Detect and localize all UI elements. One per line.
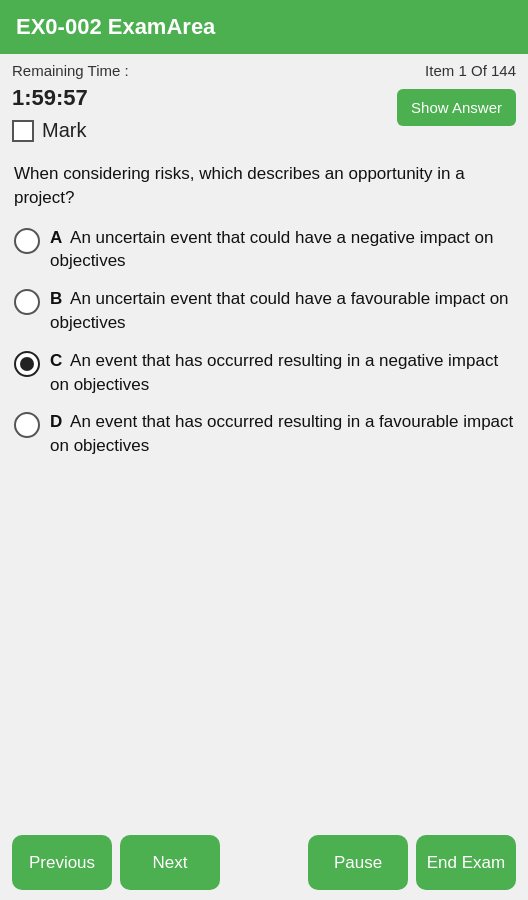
option-text-b: B An uncertain event that could have a f… (50, 287, 514, 335)
mark-row[interactable]: Mark (12, 119, 88, 142)
radio-option-c[interactable] (14, 351, 40, 377)
option-row-a[interactable]: A An uncertain event that could have a n… (14, 226, 514, 274)
option-row-b[interactable]: B An uncertain event that could have a f… (14, 287, 514, 335)
option-text-c: C An event that has occurred resulting i… (50, 349, 514, 397)
option-text-d: D An event that has occurred resulting i… (50, 410, 514, 458)
question-text: When considering risks, which describes … (14, 162, 514, 210)
pause-button[interactable]: Pause (308, 835, 408, 890)
question-area: When considering risks, which describes … (0, 150, 528, 825)
option-row-d[interactable]: D An event that has occurred resulting i… (14, 410, 514, 458)
option-row-c[interactable]: C An event that has occurred resulting i… (14, 349, 514, 397)
option-text-a: A An uncertain event that could have a n… (50, 226, 514, 274)
sub-header: Remaining Time : Item 1 Of 144 (0, 54, 528, 79)
next-button[interactable]: Next (120, 835, 220, 890)
options-container: A An uncertain event that could have a n… (14, 226, 514, 458)
mark-label: Mark (42, 119, 86, 142)
timer-left: 1:59:57 Mark (12, 85, 88, 142)
footer: Previous Next Pause End Exam (0, 825, 528, 900)
remaining-time-label: Remaining Time : (12, 62, 129, 79)
previous-button[interactable]: Previous (12, 835, 112, 890)
radio-option-d[interactable] (14, 412, 40, 438)
app-header: EX0-002 ExamArea (0, 0, 528, 54)
timer-display: 1:59:57 (12, 85, 88, 111)
radio-option-b[interactable] (14, 289, 40, 315)
end-exam-button[interactable]: End Exam (416, 835, 516, 890)
radio-option-a[interactable] (14, 228, 40, 254)
app-title: EX0-002 ExamArea (16, 14, 215, 39)
timer-row: 1:59:57 Mark Show Answer (0, 79, 528, 150)
mark-checkbox[interactable] (12, 120, 34, 142)
item-counter: Item 1 Of 144 (425, 62, 516, 79)
show-answer-button[interactable]: Show Answer (397, 89, 516, 126)
